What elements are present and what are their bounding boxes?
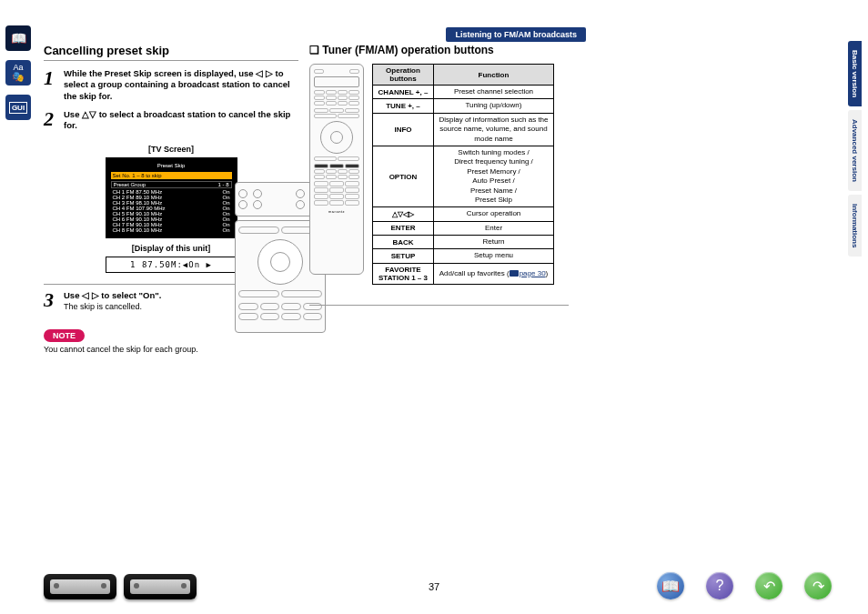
op-function-cell: Enter [434, 221, 554, 235]
tab-basic-version[interactable]: Basic version [848, 41, 862, 106]
step-1: 1 While the Preset Skip screen is displa… [44, 68, 298, 102]
op-function-cell: Switch tuning modes /Direct frequency tu… [434, 146, 554, 206]
operation-buttons-table: Operation buttons Function CHANNEL +, –P… [372, 64, 554, 285]
remote-diagram-full: marantz [309, 64, 364, 275]
op-function-cell: Return [434, 236, 554, 249]
op-function-cell: Preset channel selection [434, 86, 554, 99]
font-masks-icon[interactable]: Aa🎭 [5, 60, 31, 86]
table-row: TUNE +, –Tuning (up/down) [372, 99, 553, 113]
op-button-cell: FAVORITE STATION 1 – 3 [372, 263, 433, 284]
gui-icon[interactable]: GUI [5, 95, 31, 120]
tv-row: CH 8 FM 90.10 MHzOn [111, 227, 232, 233]
op-button-cell: OPTION [372, 146, 433, 206]
help-icon[interactable]: ? [706, 572, 733, 599]
op-button-cell: △▽◁▷ [372, 207, 433, 221]
receiver-front-icon[interactable] [44, 574, 116, 599]
table-row: △▽◁▷Cursor operation [372, 207, 553, 221]
op-button-cell: INFO [372, 113, 433, 146]
step-number: 1 [44, 68, 58, 102]
tab-informations[interactable]: Informations [848, 195, 862, 257]
step-number: 2 [44, 109, 58, 132]
tv-header: Set No. 1 – 8 to skip [111, 172, 232, 179]
right-tabs: Basic version Advanced version Informati… [848, 41, 863, 260]
note-text: You cannot cancel the skip for each grou… [44, 345, 298, 354]
op-button-cell: ENTER [372, 221, 433, 235]
tv-group-row: Preset Group1 - 8 [111, 181, 232, 188]
op-function-cell: Setup menu [434, 249, 554, 263]
remote-brand: marantz [314, 209, 359, 214]
table-row: INFODisplay of information such as the s… [372, 113, 553, 146]
table-row: OPTIONSwitch tuning modes /Direct freque… [372, 146, 553, 206]
op-function-cell: Cursor operation [434, 207, 554, 221]
page-number: 37 [429, 581, 439, 592]
tuner-buttons-title: ❏ Tuner (FM/AM) operation buttons [309, 44, 582, 56]
left-nav: 📖 Aa🎭 GUI [5, 25, 31, 129]
contents-icon[interactable]: 📖 [657, 572, 684, 599]
tv-title: Preset Skip [111, 163, 232, 168]
op-function-cell: Add/call up favorites (page 30) [434, 263, 554, 284]
op-button-cell: TUNE +, – [372, 99, 433, 113]
tv-screen: Preset Skip Set No. 1 – 8 to skip Preset… [106, 157, 237, 238]
unit-display: 1 87.50M:◀On ▶ [106, 257, 237, 273]
op-button-cell: SETUP [372, 249, 433, 263]
table-row: BACKReturn [372, 236, 553, 249]
tab-advanced-version[interactable]: Advanced version [848, 110, 862, 191]
op-function-cell: Display of information such as the sourc… [434, 113, 554, 146]
step-text: While the Preset Skip screen is displaye… [64, 68, 298, 102]
footer-left [44, 574, 197, 599]
step-2: 2 Use △▽ to select a broadcast station t… [44, 109, 298, 132]
step-text: Use △▽ to select a broadcast station to … [64, 109, 298, 132]
table-row: CHANNEL +, –Preset channel selection [372, 86, 553, 99]
prev-page-icon[interactable]: ↶ [755, 572, 782, 599]
table-row: ENTEREnter [372, 221, 553, 235]
step-number: 3 [44, 290, 58, 313]
left-column: Cancelling preset skip 1 While the Prese… [44, 44, 298, 354]
table-row: FAVORITE STATION 1 – 3Add/call up favori… [372, 263, 553, 284]
breadcrumb-chip: Listening to FM/AM broadcasts [446, 27, 586, 42]
op-button-cell: CHANNEL +, – [372, 86, 433, 99]
page-link[interactable]: page 30 [520, 269, 546, 277]
section-divider [309, 305, 569, 306]
step-subtext: The skip is cancelled. [64, 302, 142, 311]
tv-screen-label: [TV Screen] [44, 145, 298, 154]
right-column: ❏ Tuner (FM/AM) operation buttons marant… [309, 44, 582, 285]
footer: 37 📖 ? ↶ ↷ [0, 567, 868, 603]
table-header-function: Function [434, 65, 554, 86]
table-row: SETUPSetup menu [372, 249, 553, 263]
table-header-buttons: Operation buttons [372, 65, 433, 86]
next-page-icon[interactable]: ↷ [804, 572, 832, 599]
section-title-cancelling: Cancelling preset skip [44, 44, 298, 61]
op-button-cell: BACK [372, 236, 433, 249]
note-badge: NOTE [44, 329, 85, 342]
receiver-rear-icon[interactable] [124, 574, 197, 599]
book-icon[interactable]: 📖 [5, 25, 31, 51]
footer-right: 📖 ? ↶ ↷ [657, 572, 832, 599]
op-function-cell: Tuning (up/down) [434, 99, 554, 113]
